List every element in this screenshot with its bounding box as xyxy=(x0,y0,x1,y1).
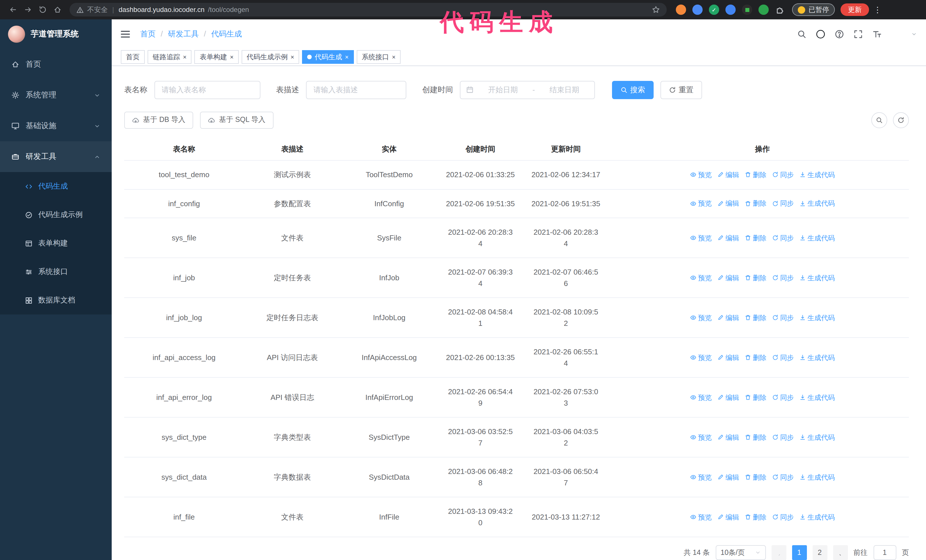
back-icon[interactable] xyxy=(6,2,21,17)
generate-code-link[interactable]: 生成代码 xyxy=(799,472,835,482)
refresh-table-button[interactable] xyxy=(893,112,909,128)
next-page-button[interactable] xyxy=(833,545,848,560)
edit-link[interactable]: 编辑 xyxy=(717,352,739,362)
delete-link[interactable]: 删除 xyxy=(745,273,766,283)
edit-link[interactable]: 编辑 xyxy=(717,432,739,442)
extension-icon-people[interactable] xyxy=(725,5,736,15)
profile-paused-badge[interactable]: 已暂停 xyxy=(792,3,835,16)
browser-menu-icon[interactable]: ⋮ xyxy=(873,5,882,14)
edit-link[interactable]: 编辑 xyxy=(717,312,739,323)
font-size-icon[interactable] xyxy=(872,30,882,39)
delete-link[interactable]: 删除 xyxy=(745,312,766,323)
close-icon[interactable]: × xyxy=(291,54,294,60)
preview-link[interactable]: 预览 xyxy=(690,312,712,323)
sidebar-item-codegen-example[interactable]: 代码生成示例 xyxy=(0,201,112,229)
edit-link[interactable]: 编辑 xyxy=(717,199,739,209)
close-icon[interactable]: × xyxy=(345,54,349,60)
delete-link[interactable]: 删除 xyxy=(745,170,766,180)
generate-code-link[interactable]: 生成代码 xyxy=(799,512,835,522)
generate-code-link[interactable]: 生成代码 xyxy=(799,233,835,243)
delete-link[interactable]: 删除 xyxy=(745,432,766,442)
close-icon[interactable]: × xyxy=(183,54,187,60)
preview-link[interactable]: 预览 xyxy=(690,432,712,442)
reload-icon[interactable] xyxy=(35,2,50,17)
breadcrumb-home[interactable]: 首页 xyxy=(140,29,156,39)
help-icon[interactable] xyxy=(835,30,844,39)
sidebar-item-system[interactable]: 系统管理 xyxy=(0,80,112,110)
close-icon[interactable]: × xyxy=(392,54,396,60)
extension-icon-green-check[interactable]: ✓ xyxy=(709,5,719,15)
preview-link[interactable]: 预览 xyxy=(690,170,712,180)
home-icon[interactable] xyxy=(50,2,65,17)
generate-code-link[interactable]: 生成代码 xyxy=(799,273,835,283)
tab-home[interactable]: 首页 xyxy=(121,50,145,64)
sync-link[interactable]: 同步 xyxy=(772,199,794,209)
sync-link[interactable]: 同步 xyxy=(772,352,794,362)
toggle-search-button[interactable] xyxy=(871,112,887,128)
extensions-puzzle-icon[interactable] xyxy=(775,5,785,15)
sync-link[interactable]: 同步 xyxy=(772,472,794,482)
preview-link[interactable]: 预览 xyxy=(690,199,712,209)
tab-codegen-example[interactable]: 代码生成示例 × xyxy=(242,50,300,64)
preview-link[interactable]: 预览 xyxy=(690,512,712,522)
page-button-2[interactable]: 2 xyxy=(812,545,827,560)
extension-icon-orange[interactable] xyxy=(676,5,686,15)
browser-update-button[interactable]: 更新 xyxy=(841,3,869,16)
edit-link[interactable]: 编辑 xyxy=(717,170,739,180)
sync-link[interactable]: 同步 xyxy=(772,512,794,522)
tab-codegen[interactable]: 代码生成 × xyxy=(302,50,354,64)
sync-link[interactable]: 同步 xyxy=(772,312,794,323)
sidebar-toggle-icon[interactable] xyxy=(121,31,130,38)
table-name-input[interactable] xyxy=(154,81,260,99)
delete-link[interactable]: 删除 xyxy=(745,512,766,522)
generate-code-link[interactable]: 生成代码 xyxy=(799,392,835,403)
github-icon[interactable] xyxy=(816,30,825,39)
page-button-1[interactable]: 1 xyxy=(792,545,806,560)
extension-icon-terminal[interactable] xyxy=(742,5,752,15)
bookmark-star-icon[interactable] xyxy=(652,6,660,14)
reset-button[interactable]: 重置 xyxy=(660,81,702,99)
sidebar-item-codegen[interactable]: 代码生成 xyxy=(0,172,112,201)
extension-icon-blue[interactable] xyxy=(692,5,703,15)
fullscreen-icon[interactable] xyxy=(853,30,863,39)
edit-link[interactable]: 编辑 xyxy=(717,472,739,482)
table-desc-input[interactable] xyxy=(306,81,406,99)
breadcrumb-devtools[interactable]: 研发工具 xyxy=(168,29,199,39)
address-bar[interactable]: 不安全 | dashboard.yudao.iocoder.cn /tool/c… xyxy=(70,3,667,17)
generate-code-link[interactable]: 生成代码 xyxy=(799,432,835,442)
goto-page-input[interactable] xyxy=(873,545,896,560)
sync-link[interactable]: 同步 xyxy=(772,233,794,243)
preview-link[interactable]: 预览 xyxy=(690,392,712,403)
user-menu[interactable] xyxy=(891,26,917,43)
sync-link[interactable]: 同步 xyxy=(772,273,794,283)
delete-link[interactable]: 删除 xyxy=(745,352,766,362)
sidebar-item-db-doc[interactable]: 数据库文档 xyxy=(0,286,112,314)
sync-link[interactable]: 同步 xyxy=(772,432,794,442)
preview-link[interactable]: 预览 xyxy=(690,472,712,482)
delete-link[interactable]: 删除 xyxy=(745,233,766,243)
edit-link[interactable]: 编辑 xyxy=(717,273,739,283)
edit-link[interactable]: 编辑 xyxy=(717,512,739,522)
generate-code-link[interactable]: 生成代码 xyxy=(799,170,835,180)
extension-icon-leaf[interactable] xyxy=(758,5,769,15)
sync-link[interactable]: 同步 xyxy=(772,170,794,180)
page-size-select[interactable]: 10条/页 xyxy=(716,545,766,560)
tab-trace[interactable]: 链路追踪 × xyxy=(148,50,192,64)
generate-code-link[interactable]: 生成代码 xyxy=(799,312,835,323)
delete-link[interactable]: 删除 xyxy=(745,392,766,403)
tab-form-builder[interactable]: 表单构建 × xyxy=(195,50,239,64)
sidebar-item-devtools[interactable]: 研发工具 xyxy=(0,141,112,172)
search-icon[interactable] xyxy=(797,30,806,39)
sidebar-item-system-api[interactable]: 系统接口 xyxy=(0,258,112,286)
generate-code-link[interactable]: 生成代码 xyxy=(799,199,835,209)
close-icon[interactable]: × xyxy=(230,54,234,60)
edit-link[interactable]: 编辑 xyxy=(717,233,739,243)
import-db-button[interactable]: 基于 DB 导入 xyxy=(124,112,194,128)
delete-link[interactable]: 删除 xyxy=(745,472,766,482)
sidebar-item-form-builder[interactable]: 表单构建 xyxy=(0,229,112,258)
date-range-picker[interactable]: 开始日期 - 结束日期 xyxy=(460,81,595,99)
search-button[interactable]: 搜索 xyxy=(612,81,654,99)
preview-link[interactable]: 预览 xyxy=(690,352,712,362)
preview-link[interactable]: 预览 xyxy=(690,233,712,243)
preview-link[interactable]: 预览 xyxy=(690,273,712,283)
